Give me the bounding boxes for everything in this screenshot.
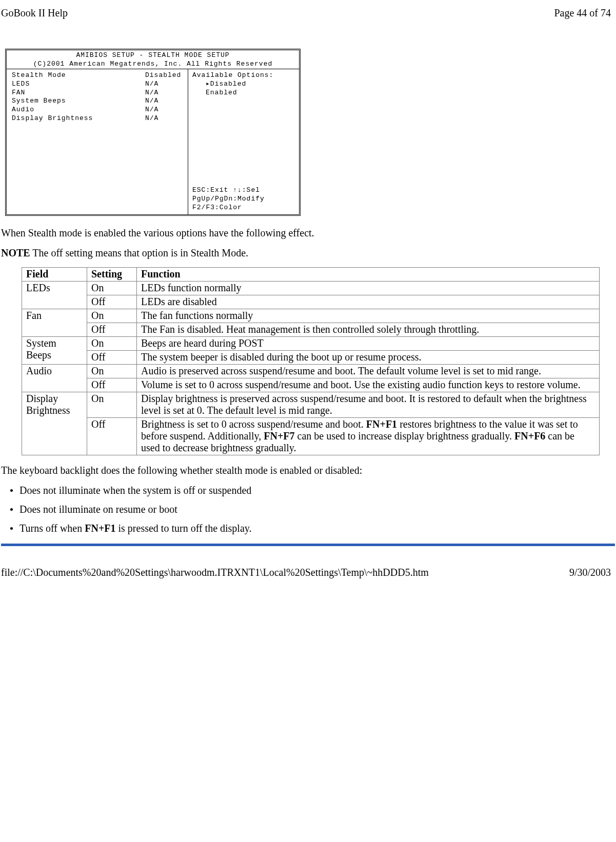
th-setting: Setting [87,267,137,281]
table-row: Audio On Audio is preserved across suspe… [22,364,600,378]
table-row: Off Volume is set to 0 across suspend/re… [22,378,600,392]
table-row: System Beeps On Beeps are heard during P… [22,336,600,350]
note-label: NOTE [1,247,30,258]
bios-help-keys: ESC:Exit ↑↓:Sel PgUp/PgDn:Modify F2/F3:C… [192,186,295,212]
bullet-list: Does not illuminate when the system is o… [1,485,615,534]
bios-row: System BeepsN/A [12,97,183,106]
note-paragraph: NOTE The off setting means that option i… [1,247,615,259]
table-row: Fan On The fan functions normally [22,309,600,323]
bios-settings-pane: Stealth ModeDisabled LEDSN/A FANN/A Syst… [7,69,188,214]
table-row: Off LEDs are disabled [22,295,600,309]
text: is pressed to turn off the display. [116,523,252,534]
function-cell: The fan functions normally [137,309,600,323]
setting-cell: On [87,336,137,350]
table-row: Off The Fan is disabled. Heat management… [22,323,600,336]
bios-setting-label: LEDS [12,80,145,89]
bios-row: Stealth ModeDisabled [12,71,183,80]
field-cell: Audio [22,364,87,392]
function-cell: The system beeper is disabled during the… [137,350,600,364]
setting-cell: Off [87,323,137,336]
footer-path: file://C:\Documents%20and%20Settings\har… [1,567,429,578]
bios-row: Display BrightnessN/A [12,114,183,123]
function-cell: Volume is set to 0 across suspend/resume… [137,378,600,392]
bios-options-pane: Available Options: ▸Disabled Enabled ESC… [188,69,299,214]
list-item: Does not illuminate when the system is o… [12,485,615,496]
bios-setting-label: System Beeps [12,97,145,106]
setting-cell: On [87,309,137,323]
key-combo: FN+F1 [366,418,397,430]
bios-body: Stealth ModeDisabled LEDSN/A FANN/A Syst… [7,69,299,214]
bios-setting-value: N/A [145,114,158,123]
page-header: GoBook II Help Page 44 of 74 [0,5,616,28]
table-header-row: Field Setting Function [22,267,600,281]
table-row: Off Brightness is set to 0 across suspen… [22,417,600,455]
function-cell: LEDs function normally [137,281,600,295]
field-cell: System Beeps [22,336,87,364]
field-cell: LEDs [22,281,87,309]
bios-setting-value: N/A [145,89,158,97]
paragraph: When Stealth mode is enabled the various… [1,227,615,239]
bios-setting-label: Stealth Mode [12,71,145,80]
list-item: Does not illuminate on resume or boot [12,504,615,515]
list-item: Turns off when FN+F1 is pressed to turn … [12,523,615,534]
field-cell: Fan [22,309,87,336]
text: Brightness is set to 0 across suspend/re… [141,418,366,430]
field-cell: Display Brightness [22,392,87,455]
footer-date: 9/30/2003 [569,567,611,578]
bios-options-title: Available Options: [192,71,295,80]
paragraph: The keyboard backlight does the followin… [1,465,615,476]
bios-title-2: (C)2001 American Megatrends, Inc. All Ri… [10,60,296,69]
bios-header: AMIBIOS SETUP - STEALTH MODE SETUP (C)20… [7,50,299,69]
table-row: Off The system beeper is disabled during… [22,350,600,364]
setting-cell: Off [87,295,137,309]
setting-cell: On [87,364,137,378]
bios-screenshot: AMIBIOS SETUP - STEALTH MODE SETUP (C)20… [5,49,301,216]
header-title: GoBook II Help [1,7,68,19]
setting-cell: Off [87,350,137,364]
function-cell: Display brightness is preserved across s… [137,392,600,417]
bios-setting-label: FAN [12,89,145,97]
table-row: Display Brightness On Display brightness… [22,392,600,417]
bios-option: ▸Disabled [192,80,295,89]
bios-setting-value: N/A [145,97,158,106]
content-area: AMIBIOS SETUP - STEALTH MODE SETUP (C)20… [0,49,616,546]
bios-row: LEDSN/A [12,80,183,89]
bios-row: FANN/A [12,89,183,97]
page-footer: file://C:\Documents%20and%20Settings\har… [0,546,616,584]
bios-setting-label: Display Brightness [12,114,145,123]
th-function: Function [137,267,600,281]
stealth-options-table: Field Setting Function LEDs On LEDs func… [22,267,600,455]
function-cell: Brightness is set to 0 across suspend/re… [137,417,600,455]
bios-title-1: AMIBIOS SETUP - STEALTH MODE SETUP [10,51,296,60]
note-text: The off setting means that option is in … [30,247,248,258]
table-container: Field Setting Function LEDs On LEDs func… [1,267,615,455]
function-cell: The Fan is disabled. Heat management is … [137,323,600,336]
function-cell: LEDs are disabled [137,295,600,309]
bios-help-line: ESC:Exit ↑↓:Sel [192,186,295,195]
bios-options-top: Available Options: ▸Disabled Enabled [192,71,295,97]
bios-option: Enabled [192,89,295,97]
key-combo: FN+F7 [264,430,294,442]
table-row: LEDs On LEDs function normally [22,281,600,295]
setting-cell: On [87,392,137,417]
bios-setting-value: N/A [145,80,158,89]
page: GoBook II Help Page 44 of 74 AMIBIOS SET… [0,0,616,594]
text: can be used to increase display brightne… [295,430,515,442]
bios-setting-label: Audio [12,106,145,114]
bios-setting-value: Disabled [145,71,181,80]
bios-row: AudioN/A [12,106,183,114]
function-cell: Audio is preserved across suspend/resume… [137,364,600,378]
bios-help-line: PgUp/PgDn:Modify [192,195,295,204]
bios-setting-value: N/A [145,106,158,114]
text: Turns off when [19,523,85,534]
setting-cell: On [87,281,137,295]
th-field: Field [22,267,87,281]
setting-cell: Off [87,417,137,455]
bios-help-line: F2/F3:Color [192,204,295,212]
key-combo: FN+F6 [514,430,545,442]
header-page-number: Page 44 of 74 [554,7,611,19]
setting-cell: Off [87,378,137,392]
function-cell: Beeps are heard during POST [137,336,600,350]
key-combo: FN+F1 [85,523,115,534]
